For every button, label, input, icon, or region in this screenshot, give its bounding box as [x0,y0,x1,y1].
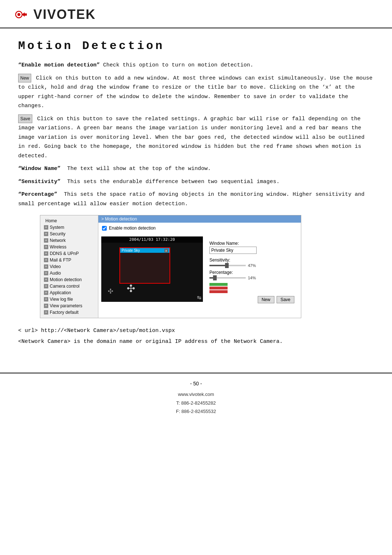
logo-text: VIVOTEK [33,7,96,22]
save-button[interactable]: Save [277,296,294,303]
new-badge: New [18,74,31,82]
page-title: Motion Detection [18,39,374,53]
sidebar-wireless-label: Wireless [50,244,66,250]
sidebar-factory-label: Factory default [50,310,78,315]
plus-icon-viewparams: + [44,304,48,308]
svg-rect-4 [25,13,27,16]
plus-icon-video: + [44,264,48,269]
sidebar-item-network[interactable]: + Network [40,237,98,244]
sidebar-ddns-label: DDNS & UPnP [50,251,79,256]
url-section: < url> http://<Network Camera>/setup/mot… [18,325,374,347]
red-bar-2 [209,290,228,293]
page-header: VIVOTEK [0,0,392,28]
bird-icon: ✣ [127,283,135,295]
new-button[interactable]: New [258,296,274,303]
sidebar-item-video[interactable]: + Video [40,263,98,270]
main-content: Motion Detection “Enable motion detectio… [0,28,392,358]
sidebar-item-home[interactable]: Home [40,218,98,224]
plus-icon-ddns: + [44,251,48,256]
window-close-btn[interactable]: x [164,249,168,252]
settings-panel: Window Name: Sensitivity: 47% Percentage… [206,236,298,305]
sidebar-application-label: Application [50,290,71,295]
plus-icon-motion: + [44,278,48,282]
paragraph-1: “Enable motion detection” Check this opt… [18,61,374,70]
footer-website: www.vivotek.com [0,390,392,398]
camera-timestamp: 2004/11/03 17:32:20 [101,236,203,243]
footer-fax: F: 886-2-82455532 [0,407,392,416]
color-bars [209,283,228,293]
enable-motion-checkbox[interactable] [102,226,107,231]
url-line1: < url> http://<Network Camera>/setup/mot… [18,325,374,336]
camera-view: 2004/11/03 17:32:20 Private Sky x ✣ ↹ [101,236,203,302]
plus-icon-mail: + [44,258,48,262]
footer-page-number: - 50 - [0,381,392,386]
red-bar-1 [209,287,228,289]
percentage-label: Percentage: [209,270,294,275]
sensitivity-label: Sensitivity: [209,258,294,263]
sensitivity-slider-fill [209,265,226,266]
highlight-percentage: “Percentage” [18,191,57,198]
panel-buttons: New Save [209,296,294,303]
sidebar-item-security[interactable]: + Security [40,231,98,237]
paragraph-3: Save Click on this button to save the re… [18,114,374,161]
highlight-windowname: “Window Name” [18,166,61,172]
sidebar-camera-label: Camera control [50,284,79,289]
percentage-slider-row: 14% [209,276,294,280]
paragraph-2: New Click on this button to add a new wi… [18,74,374,111]
plus-icon-factory: + [44,310,48,315]
svg-point-2 [17,13,20,16]
main-panel: > Motion detection Enable motion detecti… [98,215,301,318]
highlight-sensitivity: “Sensitivity” [18,179,61,185]
window-name-input[interactable] [209,247,257,254]
sensitivity-slider-row: 47% [209,263,294,268]
green-bar [209,283,228,286]
plus-icon-network: + [44,238,48,243]
sidebar-item-camera[interactable]: + Camera control [40,283,98,289]
sidebar-audio-label: Audio [50,271,61,276]
sensitivity-slider-track[interactable] [209,265,246,266]
url-line2: <Network Camera> is the domain name or o… [18,336,374,347]
sidebar-home-label: Home [45,218,57,223]
camera-controls: ↹ [197,295,201,300]
sidebar-item-audio[interactable]: + Audio [40,270,98,276]
window-label-bar: Private Sky x [120,248,170,253]
sidebar-item-viewparams[interactable]: + View parameters [40,303,98,309]
sidebar-item-system[interactable]: + System [40,224,98,231]
enable-motion-label: Enable motion detection [109,226,156,231]
plus-icon-security: + [44,232,48,236]
plus-icon-audio: + [44,271,48,275]
sidebar-viewlog-label: View log file [50,297,73,302]
plus-icon-application: + [44,291,48,295]
panel-title-bar: > Motion detection [98,215,301,223]
sidebar-item-motion[interactable]: + Motion detection [40,276,98,283]
sidebar-video-label: Video [50,264,61,269]
screenshot-area: Home + System + Security + Network + Wir… [40,215,374,318]
paragraph-6: “Percentage” This sets the space ratio o… [18,190,374,208]
window-name-label: Window Name: [209,241,294,246]
screenshot-box: Home + System + Security + Network + Wir… [40,215,301,318]
enable-checkbox-row: Enable motion detection [102,226,297,231]
window-label-text: Private Sky [122,248,140,252]
plus-icon-system: + [44,225,48,230]
sidebar-item-factory[interactable]: + Factory default [40,309,98,316]
percentage-percent: 14% [248,276,259,280]
sidebar-item-application[interactable]: + Application [40,289,98,296]
sidebar-item-viewlog[interactable]: + View log file [40,296,98,303]
percentage-slider-track[interactable] [209,277,246,279]
paragraph-4: “Window Name” The text will show at the … [18,164,374,174]
logo-area: VIVOTEK [15,7,377,23]
sidebar-network-label: Network [50,238,66,243]
footer-contact: www.vivotek.com T: 886-2-82455282 F: 886… [0,390,392,416]
vivotek-logo-icon [15,7,30,23]
save-badge: Save [18,114,32,123]
sensitivity-slider-thumb [225,263,229,268]
sidebar-item-ddns[interactable]: + DDNS & UPnP [40,250,98,257]
sidebar-security-label: Security [50,231,65,236]
sidebar-system-label: System [50,225,64,230]
highlight-enable: “Enable motion detection” [18,62,100,68]
sidebar-mail-label: Mail & FTP [50,258,71,263]
footer-phone: T: 886-2-82455282 [0,399,392,407]
sidebar-item-mail[interactable]: + Mail & FTP [40,257,98,263]
sidebar-item-wireless[interactable]: + Wireless [40,244,98,250]
plus-icon-camera: + [44,284,48,288]
